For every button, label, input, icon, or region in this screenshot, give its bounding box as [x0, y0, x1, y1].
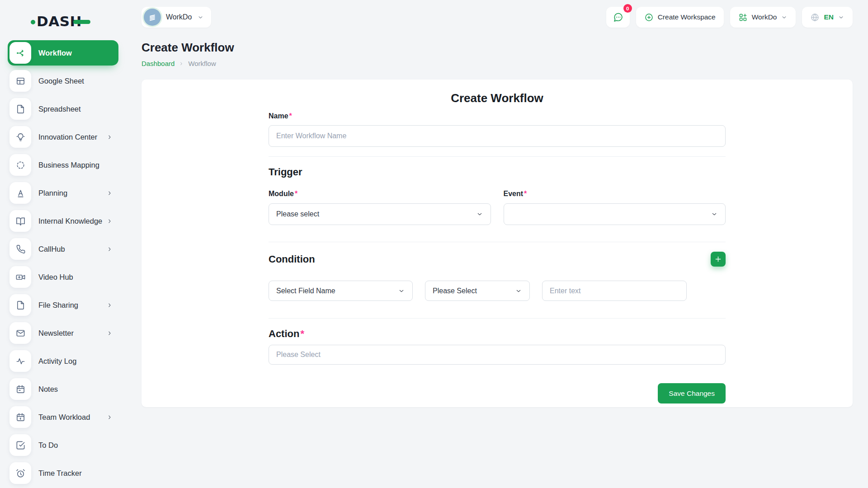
building-icon — [146, 11, 158, 23]
chevron-right-icon — [106, 134, 113, 141]
sidebar-item-label: Innovation Center — [38, 133, 106, 141]
condition-heading: Condition — [269, 253, 315, 265]
sidebar-item-time-tracker[interactable]: Time Tracker — [8, 460, 118, 486]
sidebar-item-label: Workflow — [38, 49, 113, 57]
condition-value-input[interactable] — [542, 281, 687, 301]
sidebar-item-video-hub[interactable]: Video Hub — [8, 264, 118, 290]
sidebar-item-team-workload[interactable]: Team Workload — [8, 404, 118, 430]
video-hub-icon — [9, 266, 31, 288]
action-heading: Action* — [269, 328, 304, 340]
messages-button[interactable]: 0 — [606, 7, 630, 28]
module-field: Module* Please select — [269, 190, 491, 225]
divider — [269, 156, 726, 157]
logo-dot-accent — [31, 20, 35, 24]
condition-operator-value: Please Select — [433, 287, 477, 295]
sidebar-item-workflow[interactable]: Workflow — [8, 40, 118, 66]
brand-logo[interactable]: DASH — [31, 11, 127, 32]
time-tracker-icon — [9, 462, 31, 484]
breadcrumb: Dashboard Workflow — [142, 60, 853, 67]
globe-icon — [810, 13, 820, 22]
sidebar-item-newsletter[interactable]: Newsletter — [8, 320, 118, 346]
create-workspace-button[interactable]: Create Workspace — [636, 7, 724, 28]
action-select-input[interactable] — [269, 345, 726, 365]
event-field-label: Event* — [504, 190, 726, 198]
breadcrumb-dashboard-link[interactable]: Dashboard — [142, 60, 175, 67]
sidebar-item-google-sheet[interactable]: Google Sheet — [8, 68, 118, 94]
logo-dash-accent — [73, 20, 90, 24]
sidebar-item-label: Notes — [38, 385, 113, 394]
sidebar-item-label: Time Tracker — [38, 469, 113, 478]
sidebar-item-label: Business Mapping — [38, 161, 113, 169]
event-select[interactable] — [504, 203, 726, 225]
required-mark: * — [295, 190, 297, 197]
sidebar-item-to-do[interactable]: To Do — [8, 432, 118, 458]
workspace-switcher[interactable]: WorkDo — [142, 7, 211, 28]
chevron-down-icon — [515, 287, 522, 295]
todo-icon — [9, 434, 31, 456]
sidebar: DASH Workflow Google Sheet Spreadsheet I… — [0, 0, 127, 488]
chevron-down-icon — [838, 14, 844, 21]
trigger-fields-row: Module* Please select Event* — [269, 190, 726, 225]
condition-field-select[interactable]: Select Field Name — [269, 281, 413, 301]
chevron-right-icon — [179, 61, 184, 66]
event-field: Event* — [504, 190, 726, 225]
activity-log-icon — [9, 350, 31, 372]
divider — [269, 318, 726, 319]
app-menu-button[interactable]: WorkDo — [730, 7, 796, 28]
chevron-down-icon — [476, 211, 483, 218]
module-select[interactable]: Please select — [269, 203, 491, 225]
planning-icon — [9, 182, 31, 204]
condition-value-wrap — [542, 281, 687, 301]
sidebar-item-notes[interactable]: Notes — [8, 376, 118, 402]
sidebar-item-planning[interactable]: Planning — [8, 180, 118, 206]
workspace-name: WorkDo — [166, 13, 192, 21]
sidebar-item-spreadsheet[interactable]: Spreadsheet — [8, 96, 118, 122]
sidebar-item-label: To Do — [38, 441, 113, 450]
sidebar-item-callhub[interactable]: CallHub — [8, 236, 118, 262]
save-changes-button[interactable]: Save Changes — [658, 383, 726, 404]
sidebar-item-internal-knowledge[interactable]: Internal Knowledge — [8, 208, 118, 234]
workflow-name-input[interactable] — [269, 125, 726, 147]
page-title: Create Workflow — [142, 41, 853, 55]
chevron-down-icon — [197, 14, 204, 21]
grid-plus-icon — [738, 13, 748, 22]
sidebar-item-innovation-center[interactable]: Innovation Center — [8, 124, 118, 150]
sidebar-item-label: File Sharing — [38, 301, 106, 310]
sidebar-item-label: Internal Knowledge — [38, 217, 106, 225]
messages-badge: 0 — [623, 4, 632, 13]
condition-field-value: Select Field Name — [276, 287, 335, 295]
language-selector[interactable]: EN — [802, 7, 853, 28]
sidebar-item-label: Planning — [38, 189, 106, 197]
create-workflow-card: Create Workflow Name* Trigger Module* Pl… — [142, 80, 853, 407]
chat-icon — [613, 12, 623, 23]
page-head: Create Workflow Dashboard Workflow — [142, 41, 853, 67]
required-mark: * — [300, 328, 304, 339]
module-select-value: Please select — [276, 210, 319, 218]
add-condition-button[interactable] — [711, 252, 726, 267]
sidebar-nav: Workflow Google Sheet Spreadsheet Innova… — [0, 39, 127, 487]
chevron-right-icon — [106, 218, 113, 225]
chevron-right-icon — [106, 190, 113, 197]
module-field-label: Module* — [269, 190, 491, 198]
business-mapping-icon — [9, 154, 31, 176]
card-inner: Create Workflow Name* Trigger Module* Pl… — [269, 80, 726, 404]
name-field-label: Name* — [269, 112, 726, 120]
create-workspace-label: Create Workspace — [658, 13, 716, 21]
language-label: EN — [824, 13, 834, 21]
sidebar-item-file-sharing[interactable]: File Sharing — [8, 292, 118, 318]
internal-knowledge-icon — [9, 210, 31, 232]
trigger-heading: Trigger — [269, 166, 726, 178]
circle-plus-icon — [644, 13, 654, 22]
newsletter-icon — [9, 322, 31, 344]
innovation-center-icon — [9, 126, 31, 148]
app-root: DASH Workflow Google Sheet Spreadsheet I… — [0, 0, 868, 488]
chevron-right-icon — [106, 330, 113, 337]
sidebar-item-activity-log[interactable]: Activity Log — [8, 348, 118, 374]
sidebar-item-label: Spreadsheet — [38, 105, 113, 113]
condition-operator-select[interactable]: Please Select — [425, 281, 530, 301]
chevron-right-icon — [106, 414, 113, 421]
sidebar-item-label: Video Hub — [38, 273, 113, 282]
form-title: Create Workflow — [269, 91, 726, 105]
callhub-icon — [9, 238, 31, 260]
sidebar-item-business-mapping[interactable]: Business Mapping — [8, 152, 118, 178]
